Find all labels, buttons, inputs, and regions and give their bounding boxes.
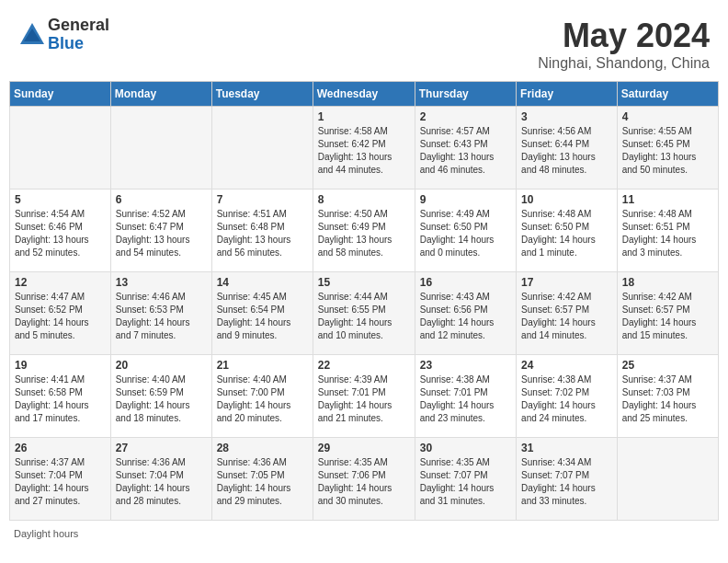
day-number: 18	[622, 276, 713, 289]
day-info: Sunrise: 4:52 AM Sunset: 6:47 PM Dayligh…	[116, 208, 207, 259]
calendar-cell: 11Sunrise: 4:48 AM Sunset: 6:51 PM Dayli…	[617, 190, 718, 272]
calendar-cell: 16Sunrise: 4:43 AM Sunset: 6:56 PM Dayli…	[415, 272, 516, 355]
calendar-header-wednesday: Wednesday	[313, 82, 415, 107]
day-number: 10	[521, 193, 612, 206]
day-number: 6	[116, 193, 207, 206]
day-info: Sunrise: 4:58 AM Sunset: 6:42 PM Dayligh…	[318, 125, 410, 177]
day-number: 22	[318, 359, 410, 372]
day-info: Sunrise: 4:35 AM Sunset: 7:06 PM Dayligh…	[318, 456, 410, 508]
day-info: Sunrise: 4:48 AM Sunset: 6:50 PM Dayligh…	[521, 208, 612, 259]
day-info: Sunrise: 4:51 AM Sunset: 6:48 PM Dayligh…	[217, 208, 308, 259]
day-number: 30	[420, 442, 511, 454]
calendar-cell: 17Sunrise: 4:42 AM Sunset: 6:57 PM Dayli…	[517, 272, 618, 355]
day-number: 1	[318, 110, 410, 123]
day-number: 5	[15, 193, 106, 206]
calendar-cell: 5Sunrise: 4:54 AM Sunset: 6:46 PM Daylig…	[10, 190, 111, 272]
calendar-header-thursday: Thursday	[415, 82, 516, 107]
day-number: 16	[420, 276, 511, 289]
day-info: Sunrise: 4:35 AM Sunset: 7:07 PM Dayligh…	[420, 456, 511, 508]
day-number: 14	[217, 276, 308, 289]
day-number: 29	[318, 442, 410, 454]
day-number: 28	[217, 442, 308, 454]
calendar-cell: 22Sunrise: 4:39 AM Sunset: 7:01 PM Dayli…	[313, 355, 415, 438]
day-number: 26	[15, 442, 106, 454]
day-info: Sunrise: 4:39 AM Sunset: 7:01 PM Dayligh…	[318, 373, 410, 425]
calendar-cell	[10, 107, 111, 190]
day-info: Sunrise: 4:49 AM Sunset: 6:50 PM Dayligh…	[420, 208, 511, 259]
day-number: 15	[318, 276, 410, 289]
day-info: Sunrise: 4:40 AM Sunset: 7:00 PM Dayligh…	[217, 373, 308, 425]
calendar-cell: 14Sunrise: 4:45 AM Sunset: 6:54 PM Dayli…	[211, 272, 313, 355]
day-number: 24	[521, 359, 612, 372]
calendar-header-saturday: Saturday	[617, 82, 718, 107]
calendar-header-tuesday: Tuesday	[211, 82, 313, 107]
calendar-cell: 9Sunrise: 4:49 AM Sunset: 6:50 PM Daylig…	[415, 190, 516, 272]
day-number: 8	[318, 193, 410, 206]
calendar-cell: 28Sunrise: 4:36 AM Sunset: 7:05 PM Dayli…	[211, 438, 313, 521]
calendar-header-sunday: Sunday	[10, 82, 111, 107]
day-info: Sunrise: 4:42 AM Sunset: 6:57 PM Dayligh…	[521, 291, 612, 342]
day-number: 31	[521, 442, 612, 454]
logo: General Blue	[18, 17, 109, 53]
day-number: 7	[217, 193, 308, 206]
day-info: Sunrise: 4:54 AM Sunset: 6:46 PM Dayligh…	[15, 208, 106, 259]
day-number: 17	[521, 276, 612, 289]
page-header: General Blue May 2024 Ninghai, Shandong,…	[9, 9, 719, 76]
calendar-cell: 19Sunrise: 4:41 AM Sunset: 6:58 PM Dayli…	[10, 355, 111, 438]
calendar-cell: 20Sunrise: 4:40 AM Sunset: 6:59 PM Dayli…	[110, 355, 211, 438]
logo-icon	[18, 21, 46, 49]
location-text: Ninghai, Shandong, China	[538, 55, 710, 72]
day-number: 3	[521, 110, 612, 123]
day-info: Sunrise: 4:48 AM Sunset: 6:51 PM Dayligh…	[622, 208, 713, 259]
calendar-cell	[211, 107, 313, 190]
calendar-week-row: 19Sunrise: 4:41 AM Sunset: 6:58 PM Dayli…	[10, 355, 719, 438]
calendar-cell: 15Sunrise: 4:44 AM Sunset: 6:55 PM Dayli…	[313, 272, 415, 355]
day-info: Sunrise: 4:50 AM Sunset: 6:49 PM Dayligh…	[318, 208, 410, 259]
calendar-cell: 13Sunrise: 4:46 AM Sunset: 6:53 PM Dayli…	[110, 272, 211, 355]
calendar-cell: 30Sunrise: 4:35 AM Sunset: 7:07 PM Dayli…	[415, 438, 516, 521]
title-area: May 2024 Ninghai, Shandong, China	[538, 17, 710, 72]
calendar-cell	[617, 438, 718, 521]
calendar-cell: 26Sunrise: 4:37 AM Sunset: 7:04 PM Dayli…	[10, 438, 111, 521]
daylight-label: Daylight hours	[14, 528, 78, 539]
day-number: 11	[622, 193, 713, 206]
day-info: Sunrise: 4:38 AM Sunset: 7:02 PM Dayligh…	[521, 373, 612, 425]
day-number: 25	[622, 359, 713, 372]
day-number: 4	[622, 110, 713, 123]
day-number: 2	[420, 110, 511, 123]
day-number: 23	[420, 359, 511, 372]
footer: Daylight hours	[9, 528, 719, 539]
day-number: 27	[116, 442, 207, 454]
calendar-cell: 2Sunrise: 4:57 AM Sunset: 6:43 PM Daylig…	[415, 107, 516, 190]
logo-text: General Blue	[48, 17, 109, 53]
calendar-week-row: 1Sunrise: 4:58 AM Sunset: 6:42 PM Daylig…	[10, 107, 719, 190]
day-info: Sunrise: 4:42 AM Sunset: 6:57 PM Dayligh…	[622, 291, 713, 342]
month-title: May 2024	[538, 17, 710, 55]
calendar-cell: 6Sunrise: 4:52 AM Sunset: 6:47 PM Daylig…	[110, 190, 211, 272]
calendar-cell: 29Sunrise: 4:35 AM Sunset: 7:06 PM Dayli…	[313, 438, 415, 521]
day-number: 21	[217, 359, 308, 372]
calendar-week-row: 5Sunrise: 4:54 AM Sunset: 6:46 PM Daylig…	[10, 190, 719, 272]
calendar-cell: 3Sunrise: 4:56 AM Sunset: 6:44 PM Daylig…	[517, 107, 618, 190]
calendar-header-friday: Friday	[517, 82, 618, 107]
calendar-header-row: SundayMondayTuesdayWednesdayThursdayFrid…	[10, 82, 719, 107]
logo-general-text: General	[48, 17, 109, 35]
calendar-cell: 10Sunrise: 4:48 AM Sunset: 6:50 PM Dayli…	[517, 190, 618, 272]
calendar-cell: 8Sunrise: 4:50 AM Sunset: 6:49 PM Daylig…	[313, 190, 415, 272]
day-number: 12	[15, 276, 106, 289]
day-info: Sunrise: 4:44 AM Sunset: 6:55 PM Dayligh…	[318, 291, 410, 342]
day-info: Sunrise: 4:40 AM Sunset: 6:59 PM Dayligh…	[116, 373, 207, 425]
day-info: Sunrise: 4:46 AM Sunset: 6:53 PM Dayligh…	[116, 291, 207, 342]
calendar-cell: 18Sunrise: 4:42 AM Sunset: 6:57 PM Dayli…	[617, 272, 718, 355]
day-info: Sunrise: 4:57 AM Sunset: 6:43 PM Dayligh…	[420, 125, 511, 177]
day-info: Sunrise: 4:43 AM Sunset: 6:56 PM Dayligh…	[420, 291, 511, 342]
calendar-cell: 24Sunrise: 4:38 AM Sunset: 7:02 PM Dayli…	[517, 355, 618, 438]
day-info: Sunrise: 4:55 AM Sunset: 6:45 PM Dayligh…	[622, 125, 713, 177]
day-info: Sunrise: 4:45 AM Sunset: 6:54 PM Dayligh…	[217, 291, 308, 342]
calendar-cell: 23Sunrise: 4:38 AM Sunset: 7:01 PM Dayli…	[415, 355, 516, 438]
day-number: 13	[116, 276, 207, 289]
calendar-cell: 25Sunrise: 4:37 AM Sunset: 7:03 PM Dayli…	[617, 355, 718, 438]
day-number: 19	[15, 359, 106, 372]
day-number: 9	[420, 193, 511, 206]
calendar-cell: 7Sunrise: 4:51 AM Sunset: 6:48 PM Daylig…	[211, 190, 313, 272]
